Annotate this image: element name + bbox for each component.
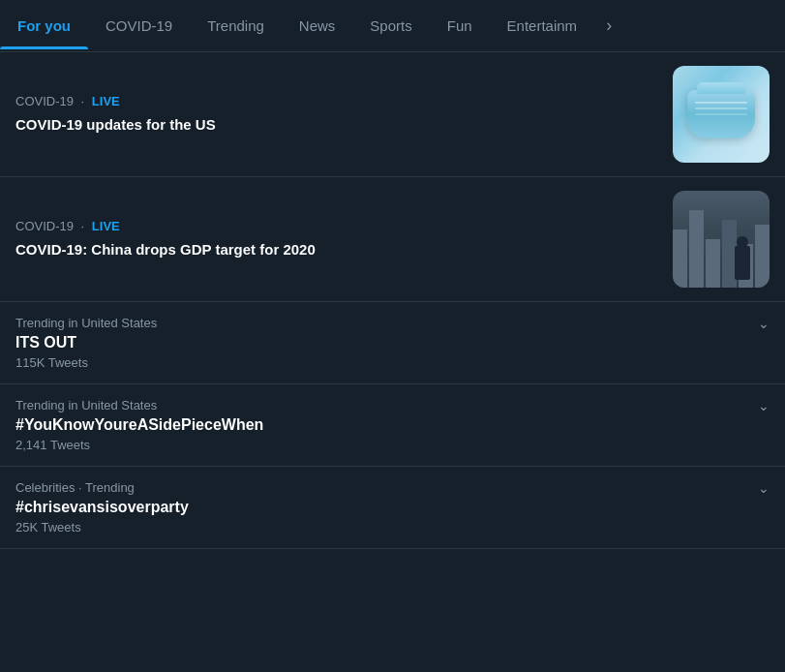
building-6 xyxy=(755,225,770,288)
news-item-1[interactable]: COVID-19 · LIVE COVID-19 updates for the… xyxy=(0,52,785,177)
tab-covid[interactable]: COVID-19 xyxy=(88,2,190,49)
city-buildings xyxy=(673,210,770,288)
trend-title-3: #chrisevansisoverparty xyxy=(15,499,770,516)
chevron-down-icon-1[interactable]: ⌄ xyxy=(758,316,770,331)
tab-sports[interactable]: Sports xyxy=(352,2,429,49)
chevron-down-icon-2[interactable]: ⌄ xyxy=(758,398,770,413)
trend-item-1[interactable]: Trending in United States ITS OUT 115K T… xyxy=(0,302,785,384)
building-1 xyxy=(673,229,687,288)
trend-count-2: 2,141 Tweets xyxy=(15,438,770,452)
news-content-2: COVID-19 · LIVE COVID-19: China drops GD… xyxy=(15,219,673,260)
trend-count-1: 115K Tweets xyxy=(15,355,770,370)
trend-count-3: 25K Tweets xyxy=(15,520,770,535)
trend-title-1: ITS OUT xyxy=(15,334,770,351)
news-dot-1: · xyxy=(81,94,85,108)
trend-meta-1: Trending in United States xyxy=(15,316,770,330)
news-thumbnail-2 xyxy=(673,191,770,288)
nav-more-button[interactable]: › xyxy=(594,0,623,51)
tab-trending[interactable]: Trending xyxy=(190,2,282,49)
mask-icon xyxy=(687,90,755,138)
news-title-2: COVID-19: China drops GDP target for 202… xyxy=(15,239,661,260)
news-category-1: COVID-19 xyxy=(15,94,74,108)
trend-title-2: #YouKnowYoureASidePieceWhen xyxy=(15,416,770,434)
news-item-2[interactable]: COVID-19 · LIVE COVID-19: China drops GD… xyxy=(0,177,785,302)
tab-fun[interactable]: Fun xyxy=(430,2,490,49)
tab-news[interactable]: News xyxy=(282,2,353,49)
tab-for-you[interactable]: For you xyxy=(0,2,88,49)
news-title-1: COVID-19 updates for the US xyxy=(15,114,661,135)
building-3 xyxy=(706,239,720,288)
trend-meta-2: Trending in United States xyxy=(15,398,770,412)
tab-entertainment[interactable]: Entertainm xyxy=(490,2,595,49)
news-meta-1: COVID-19 · LIVE xyxy=(15,94,661,108)
news-content-1: COVID-19 · LIVE COVID-19 updates for the… xyxy=(15,94,673,135)
nav-bar: For you COVID-19 Trending News Sports Fu… xyxy=(0,0,785,52)
trend-item-2[interactable]: Trending in United States #YouKnowYoureA… xyxy=(0,384,785,467)
trend-meta-3: Celebrities · Trending xyxy=(15,480,770,495)
chevron-down-icon-3[interactable]: ⌄ xyxy=(758,480,770,496)
trend-item-3[interactable]: Celebrities · Trending #chrisevansisover… xyxy=(0,467,785,549)
building-2 xyxy=(689,210,704,288)
news-meta-2: COVID-19 · LIVE xyxy=(15,219,661,233)
news-category-2: COVID-19 xyxy=(15,219,74,233)
news-thumbnail-1 xyxy=(673,66,770,163)
news-live-badge-2: LIVE xyxy=(92,219,120,233)
news-dot-2: · xyxy=(81,219,85,233)
person-silhouette xyxy=(735,246,750,280)
news-live-badge-1: LIVE xyxy=(92,94,120,108)
